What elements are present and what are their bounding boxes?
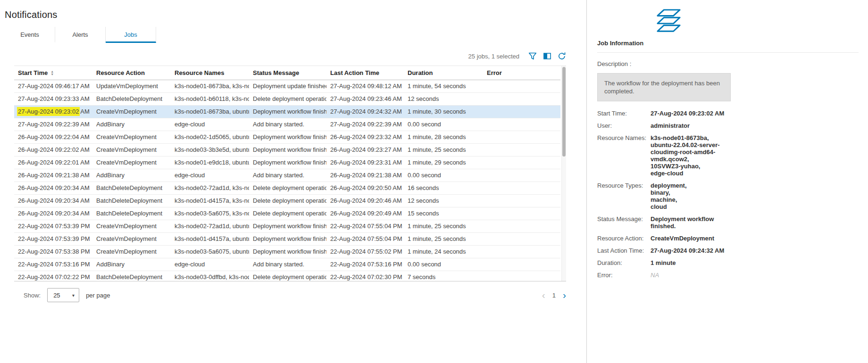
job-field-value: Deployment workflow finished.	[651, 215, 737, 230]
jobs-table: Start Time▲▼ Resource Action Resource Na…	[14, 66, 566, 281]
cell-duration: 0.00 second	[404, 169, 483, 182]
cell-duration: 0.00 second	[404, 258, 483, 271]
cell-status-message: Deployment workflow finished.	[249, 143, 326, 156]
column-header-error[interactable]: Error	[483, 66, 560, 80]
cell-duration: 1 minute, 30 seconds	[404, 105, 483, 118]
cell-status-message: Deployment workflow finished.	[249, 232, 326, 245]
job-field-value: administrator	[651, 122, 737, 129]
column-header-status-message[interactable]: Status Message	[249, 66, 326, 80]
cell-resource-names: k3s-node03-0dffbd, k3s-node	[171, 271, 249, 281]
cell-status-message: Delete deployment operation finished.	[249, 92, 326, 105]
cell-last-action-time: 26-Aug-2024 09:20:49 AM	[326, 207, 404, 220]
table-row[interactable]: 26-Aug-2024 09:22:04 AM CreateVmDeployme…	[14, 131, 560, 143]
cell-start-time: 26-Aug-2024 09:20:34 AM	[14, 182, 92, 194]
page-size-select[interactable]: 25 ▾	[47, 288, 79, 302]
job-field: Status Message: Deployment workflow fini…	[597, 215, 868, 230]
table-row[interactable]: 26-Aug-2024 09:20:34 AM BatchDeleteDeplo…	[14, 207, 560, 220]
cell-start-time: 27-Aug-2024 09:46:17 AM	[14, 80, 92, 92]
cell-error	[483, 182, 560, 194]
job-field: Last Action Time: 27-Aug-2024 09:24:32 A…	[597, 247, 868, 254]
table-row[interactable]: 22-Aug-2024 07:53:16 PM AddBinary edge-c…	[14, 258, 560, 271]
job-field-value: NA	[651, 272, 737, 279]
refresh-icon[interactable]	[558, 52, 566, 60]
cell-error	[483, 131, 560, 143]
table-row[interactable]: 22-Aug-2024 07:02:22 PM BatchDeleteDeplo…	[14, 271, 560, 281]
cell-start-time: 22-Aug-2024 07:02:22 PM	[14, 271, 92, 281]
layers-icon	[597, 8, 739, 34]
tab-events[interactable]: Events	[5, 27, 55, 43]
tab-alerts[interactable]: Alerts	[55, 27, 106, 43]
cell-resource-action: CreateVmDeployment	[92, 105, 171, 118]
sort-icon[interactable]: ▲▼	[50, 70, 54, 76]
cell-last-action-time: 26-Aug-2024 09:23:27 AM	[326, 143, 404, 156]
job-field: Duration: 1 minute	[597, 259, 868, 266]
column-header-resource-action[interactable]: Resource Action	[92, 66, 171, 80]
cell-duration: 1 minute, 25 seconds	[404, 220, 483, 232]
column-header-duration[interactable]: Duration	[404, 66, 483, 80]
table-row[interactable]: 22-Aug-2024 07:53:39 PM CreateVmDeployme…	[14, 232, 560, 245]
cell-resource-action: AddBinary	[92, 258, 171, 271]
cell-status-message: Add binary started.	[249, 118, 326, 131]
cell-last-action-time: 22-Aug-2024 07:02:30 PM	[326, 271, 404, 281]
show-label: Show:	[24, 292, 41, 299]
cell-status-message: Delete deployment operation finished.	[249, 182, 326, 194]
cell-start-time: 27-Aug-2024 09:22:39 AM	[14, 118, 92, 131]
cell-start-time: 22-Aug-2024 07:53:38 PM	[14, 245, 92, 258]
table-row[interactable]: 27-Aug-2024 09:23:33 AM BatchDeleteDeplo…	[14, 92, 560, 105]
jobs-table-body: 27-Aug-2024 09:46:17 AM UpdateVmDeployme…	[14, 80, 560, 281]
job-info-fields: Start Time: 27-Aug-2024 09:23:02 AM User…	[597, 110, 868, 279]
column-header-last-action-time[interactable]: Last Action Time	[326, 66, 404, 80]
cell-last-action-time: 26-Aug-2024 09:20:50 AM	[326, 182, 404, 194]
scrollbar-thumb[interactable]	[562, 67, 566, 157]
cell-resource-names: k3s-node01-d4157a, ubuntu-2	[171, 232, 249, 245]
table-row[interactable]: 22-Aug-2024 07:53:38 PM CreateVmDeployme…	[14, 245, 560, 258]
cell-error	[483, 194, 560, 207]
job-field-label: Resource Action:	[597, 235, 651, 242]
cell-last-action-time: 27-Aug-2024 09:48:12 AM	[326, 80, 404, 92]
table-row[interactable]: 27-Aug-2024 09:46:17 AM UpdateVmDeployme…	[14, 80, 560, 92]
table-row[interactable]: 27-Aug-2024 09:22:39 AM AddBinary edge-c…	[14, 118, 560, 131]
cell-resource-names: k3s-node02-72ad1d, ubuntu-2	[171, 220, 249, 232]
current-page-number: 1	[552, 292, 556, 299]
cell-duration: 1 minute, 25 seconds	[404, 232, 483, 245]
cell-last-action-time: 27-Aug-2024 09:24:32 AM	[326, 105, 404, 118]
table-row[interactable]: 26-Aug-2024 09:20:34 AM BatchDeleteDeplo…	[14, 194, 560, 207]
cell-resource-action: UpdateVmDeployment	[92, 80, 171, 92]
cell-error	[483, 169, 560, 182]
cell-resource-action: CreateVmDeployment	[92, 131, 171, 143]
table-row[interactable]: 22-Aug-2024 07:53:39 PM CreateVmDeployme…	[14, 220, 560, 232]
filter-icon[interactable]	[528, 52, 537, 60]
job-field-label: Resource Types:	[597, 182, 651, 210]
table-scrollbar[interactable]	[561, 66, 566, 281]
cell-resource-names: k3s-node02-1d5065, ubuntu-2	[171, 131, 249, 143]
tab-jobs[interactable]: Jobs	[106, 27, 156, 43]
cell-resource-action: CreateVmDeployment	[92, 232, 171, 245]
jobs-summary: 25 jobs, 1 selected	[468, 53, 519, 60]
cell-duration: 7 seconds	[404, 271, 483, 281]
job-field: User: administrator	[597, 122, 868, 129]
job-information-panel: Job Information Description : The workfl…	[586, 0, 868, 363]
next-page-button[interactable]: ›	[563, 290, 566, 300]
cell-start-time: 22-Aug-2024 07:53:39 PM	[14, 220, 92, 232]
job-field-value: 1 minute	[651, 259, 737, 266]
table-row[interactable]: 27-Aug-2024 09:23:02 AM CreateVmDeployme…	[14, 105, 560, 118]
cell-status-message: Deployment workflow finished.	[249, 105, 326, 118]
column-header-resource-names[interactable]: Resource Names	[171, 66, 249, 80]
description-label: Description :	[597, 60, 868, 67]
cell-duration: 12 seconds	[404, 92, 483, 105]
cell-last-action-time: 26-Aug-2024 09:23:31 AM	[326, 156, 404, 169]
cell-status-message: Deployment workflow finished.	[249, 131, 326, 143]
cell-resource-names: edge-cloud	[171, 118, 249, 131]
table-row[interactable]: 26-Aug-2024 09:22:02 AM CreateVmDeployme…	[14, 143, 560, 156]
cell-resource-action: CreateVmDeployment	[92, 245, 171, 258]
table-row[interactable]: 26-Aug-2024 09:21:38 AM AddBinary edge-c…	[14, 169, 560, 182]
table-row[interactable]: 26-Aug-2024 09:20:34 AM BatchDeleteDeplo…	[14, 182, 560, 194]
cell-start-time: 22-Aug-2024 07:53:16 PM	[14, 258, 92, 271]
table-row[interactable]: 26-Aug-2024 09:22:01 AM CreateVmDeployme…	[14, 156, 560, 169]
columns-icon[interactable]	[543, 52, 551, 60]
panel-title: Job Information	[597, 40, 859, 53]
column-header-start-time[interactable]: Start Time▲▼	[14, 66, 92, 80]
cell-error	[483, 245, 560, 258]
cell-status-message: Add binary started.	[249, 258, 326, 271]
prev-page-button[interactable]: ‹	[542, 290, 545, 300]
